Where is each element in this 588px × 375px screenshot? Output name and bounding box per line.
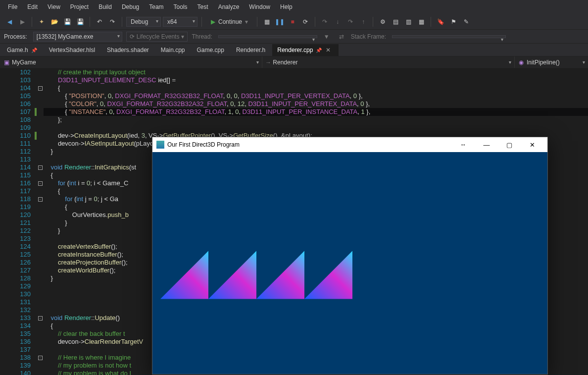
thread-dropdown[interactable] [218,35,317,38]
redo-icon[interactable]: ↷ [107,16,118,27]
method-icon: ◉ [518,59,525,66]
tab-vertex-shader[interactable]: VertexShader.hlsl [44,44,102,56]
menu-tools[interactable]: Tools [169,1,193,12]
continue-button[interactable]: ▶ Continue ▾ [206,17,253,27]
debug-step-icon[interactable]: ▦ [261,16,272,27]
nav-back-icon[interactable]: ◀ [4,16,15,27]
minimize-button[interactable]: — [475,137,498,152]
step-out-icon[interactable]: ↑ [358,16,369,27]
thread-label: Thread: [192,33,214,40]
pin-icon[interactable]: 📌 [31,48,37,53]
menu-window[interactable]: Window [244,1,275,12]
toggle-icon[interactable]: ⇄ [336,31,347,42]
tab-label: Renderer.cpp [277,47,313,54]
project-icon: ▣ [3,59,10,66]
menu-edit[interactable]: Edit [22,1,43,12]
dropdown-icon: ▾ [509,59,511,65]
fold-toggle[interactable]: - [38,197,43,202]
menu-analyze[interactable]: Analyze [213,1,245,12]
close-tab-icon[interactable]: ✕ [325,47,332,54]
tool-icon-1[interactable]: ⚙ [377,16,388,27]
dropdown-icon: ▾ [256,59,259,65]
tab-label: Game.cpp [197,47,224,54]
fold-toggle[interactable]: - [38,356,43,360]
resize-arrow-icon: ↔ [451,141,475,148]
window-title: Our First Direct3D Program [167,141,240,148]
app-icon [156,141,164,149]
tab-shaders[interactable]: Shaders.shader [102,44,156,56]
breakpoint-margin[interactable] [0,68,10,375]
line-number-gutter: 1021031041051061071081091101111121131141… [10,68,35,375]
tab-main-cpp[interactable]: Main.cpp [156,44,192,56]
menu-team[interactable]: Team [144,1,168,12]
pin-icon[interactable]: 📌 [316,48,322,53]
filter-icon[interactable]: ▼ [321,31,332,42]
fold-toggle[interactable]: - [38,86,43,91]
debug-bar: Process: [13532] MyGame.exe ⟳ Lifecycle … [0,30,588,44]
menu-project[interactable]: Project [65,1,94,12]
step-into-icon[interactable]: ↓ [332,16,343,27]
step-over-icon[interactable]: ↷ [345,16,356,27]
continue-label: Continue [218,18,242,25]
process-label: Process: [4,33,29,40]
show-next-icon[interactable]: ↷ [319,16,330,27]
tab-strip: Game.h📌 VertexShader.hlsl Shaders.shader… [0,44,588,56]
menu-help[interactable]: Help [275,1,297,12]
pause-icon[interactable]: ❚❚ [274,16,285,27]
save-all-icon[interactable]: 💾 [75,16,86,27]
menu-view[interactable]: View [43,1,65,12]
menu-debug[interactable]: Debug [117,1,144,12]
process-dropdown[interactable]: [13532] MyGame.exe [33,32,122,42]
tab-renderer-cpp[interactable]: Renderer.cpp📌✕ [272,44,339,56]
svg-marker-2 [256,251,304,299]
svg-marker-3 [304,251,352,299]
undo-icon[interactable]: ↶ [94,16,105,27]
fold-toggle[interactable]: - [38,316,43,321]
main-toolbar: ◀ ▶ ✦ 📂 💾 💾 ↶ ↷ Debug x64 ▶ Continue ▾ ▦… [0,14,588,30]
bookmark-icon[interactable]: 🔖 [435,16,446,27]
menu-file[interactable]: File [3,1,22,12]
dropdown-icon[interactable]: ▾ [245,18,248,25]
flag-icon[interactable]: ⚑ [448,16,459,27]
menu-build[interactable]: Build [94,1,117,12]
platform-dropdown[interactable]: x64 [163,17,197,27]
lifecycle-icon: ⟳ [130,33,135,40]
tab-game-h[interactable]: Game.h📌 [2,44,44,56]
new-item-icon[interactable]: ✦ [36,16,47,27]
fold-toggle[interactable]: - [38,181,43,186]
config-dropdown[interactable]: Debug [126,17,161,27]
stop-icon[interactable]: ■ [287,16,298,27]
lifecycle-events-button[interactable]: ⟳ Lifecycle Events ▾ [126,32,188,42]
tab-game-cpp[interactable]: Game.cpp [192,44,231,56]
rendered-triangles [160,250,352,300]
class-scope-dropdown[interactable]: → Renderer ▾ [262,56,515,68]
project-scope-dropdown[interactable]: ▣ MyGame ▾ [0,56,262,68]
save-icon[interactable]: 💾 [62,16,73,27]
tool-icon-3[interactable]: ▥ [403,16,414,27]
tab-label: Renderer.h [236,47,265,54]
open-file-icon[interactable]: 📂 [49,16,60,27]
stackframe-dropdown[interactable] [392,35,506,38]
stackframe-label: Stack Frame: [351,33,388,40]
tab-label: VertexShader.hlsl [49,47,95,54]
menu-bar: File Edit View Project Build Debug Team … [0,0,588,14]
tool-icon-4[interactable]: ▦ [416,16,427,27]
fold-toggle[interactable]: - [38,165,43,170]
svg-marker-0 [160,251,208,299]
tool-icon-2[interactable]: ▤ [390,16,401,27]
lifecycle-label: Lifecycle Events [137,33,180,40]
restart-icon[interactable]: ⟳ [300,16,311,27]
project-name: MyGame [12,59,36,66]
close-button[interactable]: ✕ [521,137,543,152]
app-window[interactable]: Our First Direct3D Program ↔ — ▢ ✕ [152,137,548,375]
tab-label: Main.cpp [161,47,185,54]
highlight-icon[interactable]: ✎ [461,16,472,27]
member-scope-dropdown[interactable]: ◉ InitPipeline() ▾ [515,56,588,68]
tab-renderer-h[interactable]: Renderer.h [231,44,272,56]
menu-test[interactable]: Test [193,1,213,12]
fold-gutter[interactable]: ------ [37,68,44,375]
title-bar[interactable]: Our First Direct3D Program ↔ — ▢ ✕ [152,137,547,152]
maximize-button[interactable]: ▢ [498,137,521,152]
dropdown-icon: ▾ [583,59,585,65]
nav-breadcrumb: ▣ MyGame ▾ → Renderer ▾ ◉ InitPipeline()… [0,56,588,68]
